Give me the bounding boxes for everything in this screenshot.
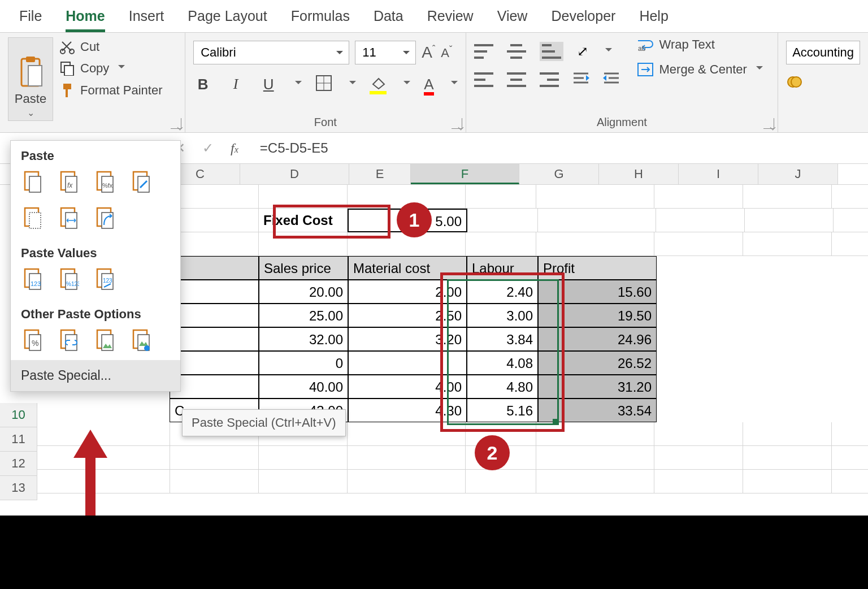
merge-center-button[interactable]: Merge & Center bbox=[637, 62, 763, 77]
cell[interactable]: 40.00 bbox=[259, 375, 348, 399]
cell[interactable]: 3.20 bbox=[348, 327, 467, 351]
font-name-combo[interactable]: Calibri bbox=[193, 41, 349, 64]
formula-input[interactable]: =C5-D5-E5 bbox=[252, 140, 328, 156]
confirm-icon[interactable]: ✓ bbox=[202, 140, 214, 156]
row-header[interactable]: 11 bbox=[0, 427, 37, 452]
accounting-format-button[interactable] bbox=[786, 75, 803, 92]
cell[interactable] bbox=[170, 280, 259, 304]
cell[interactable]: 5.00 bbox=[348, 209, 467, 232]
cell[interactable]: 0 bbox=[259, 351, 348, 375]
column-header[interactable]: H bbox=[599, 164, 679, 184]
cell[interactable]: 25.00 bbox=[259, 304, 348, 327]
tab-file[interactable]: File bbox=[19, 2, 42, 32]
cell[interactable]: 5.16 bbox=[467, 399, 538, 422]
underline-button[interactable]: U bbox=[259, 76, 278, 93]
shrink-font-button[interactable]: Aˇ bbox=[441, 45, 452, 60]
dialog-launcher-icon[interactable] bbox=[452, 118, 462, 129]
chevron-down-icon[interactable] bbox=[349, 81, 356, 88]
cell[interactable] bbox=[170, 351, 259, 375]
column-header[interactable]: D bbox=[240, 164, 349, 184]
cell[interactable] bbox=[348, 351, 467, 375]
align-left-button[interactable] bbox=[474, 72, 493, 87]
paste-values-source-fmt-icon[interactable]: 123 bbox=[93, 267, 117, 291]
row-header[interactable]: 10 bbox=[0, 403, 37, 427]
cell[interactable]: 24.96 bbox=[538, 327, 657, 351]
copy-button[interactable]: Copy bbox=[60, 61, 163, 76]
cell[interactable]: 15.60 bbox=[538, 280, 657, 304]
increase-indent-button[interactable] bbox=[603, 71, 620, 88]
paste-keep-col-width-icon[interactable] bbox=[57, 206, 81, 230]
cell[interactable] bbox=[170, 327, 259, 351]
paste-values-icon[interactable]: 123 bbox=[21, 267, 45, 291]
align-top-button[interactable] bbox=[474, 44, 493, 59]
column-header[interactable]: J bbox=[758, 164, 838, 184]
paste-picture-icon[interactable] bbox=[93, 328, 117, 352]
cell[interactable] bbox=[170, 256, 259, 280]
cell[interactable]: 2.40 bbox=[467, 280, 538, 304]
tab-insert[interactable]: Insert bbox=[129, 2, 164, 32]
italic-button[interactable]: I bbox=[226, 76, 245, 93]
tab-review[interactable]: Review bbox=[427, 2, 474, 32]
paste-special-menu-item[interactable]: Paste Special... bbox=[11, 360, 180, 391]
cell[interactable]: 4.80 bbox=[467, 375, 538, 399]
cell[interactable]: 4.30 bbox=[348, 399, 467, 422]
tab-formulas[interactable]: Formulas bbox=[291, 2, 350, 32]
chevron-down-icon[interactable] bbox=[605, 48, 612, 55]
cell[interactable] bbox=[170, 375, 259, 399]
row-header[interactable]: 13 bbox=[0, 476, 37, 500]
paste-formulas-numfmt-icon[interactable]: %fx bbox=[93, 170, 117, 194]
orientation-button[interactable]: ⤢ bbox=[577, 44, 588, 59]
chevron-down-icon[interactable] bbox=[451, 81, 458, 88]
tab-developer[interactable]: Developer bbox=[551, 2, 615, 32]
align-middle-button[interactable] bbox=[507, 44, 526, 59]
cut-button[interactable]: Cut bbox=[60, 40, 163, 54]
row-header[interactable]: 12 bbox=[0, 452, 37, 476]
cell[interactable]: 3.00 bbox=[467, 304, 538, 327]
paste-formulas-icon[interactable]: fx bbox=[57, 170, 81, 194]
paste-no-borders-icon[interactable] bbox=[21, 206, 45, 230]
fill-color-button[interactable] bbox=[370, 76, 387, 92]
tab-help[interactable]: Help bbox=[639, 2, 668, 32]
wrap-text-button[interactable]: ab Wrap Text bbox=[637, 37, 763, 52]
paste-keep-source-fmt-icon[interactable] bbox=[129, 170, 153, 194]
bold-button[interactable]: B bbox=[193, 76, 212, 93]
cell[interactable]: Labour bbox=[467, 256, 538, 280]
cell[interactable]: Fixed Cost bbox=[259, 209, 348, 232]
borders-button[interactable] bbox=[315, 75, 332, 94]
cell[interactable]: 32.00 bbox=[259, 327, 348, 351]
tab-page-layout[interactable]: Page Layout bbox=[188, 2, 267, 32]
font-size-combo[interactable]: 11 bbox=[355, 41, 416, 64]
cell[interactable]: 4.00 bbox=[348, 375, 467, 399]
format-painter-button[interactable]: Format Painter bbox=[60, 83, 163, 98]
cell[interactable]: 3.84 bbox=[467, 327, 538, 351]
cell[interactable]: 31.20 bbox=[538, 375, 657, 399]
tab-data[interactable]: Data bbox=[374, 2, 403, 32]
decrease-indent-button[interactable] bbox=[572, 71, 589, 88]
chevron-down-icon[interactable] bbox=[403, 81, 410, 88]
cell[interactable]: 26.52 bbox=[538, 351, 657, 375]
align-center-button[interactable] bbox=[507, 72, 526, 87]
cell[interactable]: Sales price bbox=[259, 256, 348, 280]
column-header[interactable]: G bbox=[519, 164, 599, 184]
dialog-launcher-icon[interactable] bbox=[171, 118, 181, 129]
paste-values-numfmt-icon[interactable]: %123 bbox=[57, 267, 81, 291]
cell[interactable]: Material cost bbox=[348, 256, 467, 280]
paste-linked-picture-icon[interactable] bbox=[129, 328, 153, 352]
number-format-combo[interactable]: Accounting bbox=[786, 41, 860, 64]
cell[interactable]: 19.50 bbox=[538, 304, 657, 327]
selection-handle[interactable] bbox=[553, 419, 558, 425]
paste-formatting-icon[interactable]: % bbox=[21, 328, 45, 352]
tab-home[interactable]: Home bbox=[66, 2, 105, 32]
cell[interactable]: 20.00 bbox=[259, 280, 348, 304]
paste-transpose-icon[interactable] bbox=[93, 206, 117, 230]
dialog-launcher-icon[interactable] bbox=[763, 118, 774, 129]
cell[interactable]: 4.08 bbox=[467, 351, 538, 375]
column-header[interactable]: F bbox=[411, 164, 519, 184]
tab-view[interactable]: View bbox=[497, 2, 528, 32]
font-color-button[interactable]: A bbox=[424, 76, 433, 93]
align-bottom-button[interactable] bbox=[540, 42, 563, 61]
paste-link-icon[interactable] bbox=[57, 328, 81, 352]
align-right-button[interactable] bbox=[540, 72, 559, 87]
cell[interactable]: 2.50 bbox=[348, 304, 467, 327]
cell[interactable] bbox=[170, 304, 259, 327]
